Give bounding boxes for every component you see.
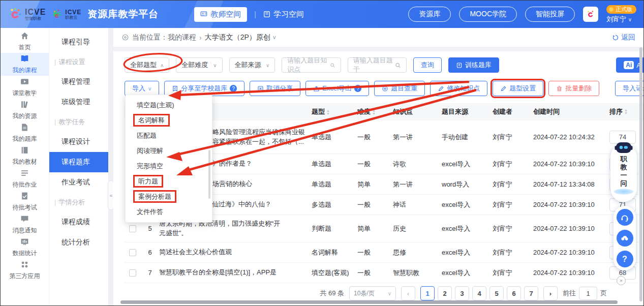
caret-down-icon: ∨: [148, 86, 151, 91]
assistant-widget[interactable]: 职教一问: [610, 144, 637, 202]
page-size-select[interactable]: 10条/页∨: [349, 286, 396, 300]
dropdown-item[interactable]: 完形填空: [126, 159, 212, 174]
nav-student-space[interactable]: 学习空间: [263, 10, 304, 19]
question-bank-panel: 全部题型∧ 全部难度∨ 全部来源∨ 请输入题目知识点 请输入题目题干: [113, 51, 643, 306]
dropdown-item[interactable]: 匹配题: [126, 128, 212, 143]
page-number-button[interactable]: 6: [507, 286, 521, 300]
link-mooc-college[interactable]: MOOC学院: [459, 7, 517, 22]
link-resource-library[interactable]: 资源库: [408, 7, 451, 22]
dropdown-scrollbar[interactable]: [208, 150, 210, 199]
rail-item[interactable]: 待批作业: [1, 167, 49, 190]
column-header[interactable]: 难度▲▼: [357, 107, 393, 116]
widget-close-button[interactable]: ×: [617, 276, 626, 285]
dropdown-item[interactable]: 填空题(主观): [126, 98, 212, 113]
knowledge-point-input[interactable]: 请输入题目知识点: [282, 57, 341, 73]
sort-arrows-icon[interactable]: ▲▼: [326, 109, 330, 115]
rail-item[interactable]: 我的教材: [1, 144, 49, 167]
page-number-button[interactable]: 7: [524, 286, 538, 300]
column-header[interactable]: 排序▲▼: [609, 107, 642, 116]
rail-item[interactable]: 我的资源: [1, 99, 49, 121]
nav-teacher-label: 教师空间: [210, 10, 241, 19]
dropdown-item[interactable]: 名词解释: [126, 113, 212, 128]
filter-source-select[interactable]: 全部来源∨: [229, 57, 275, 73]
help-icon[interactable]: ?: [230, 85, 237, 92]
rail-item[interactable]: 第三方应用: [1, 259, 49, 282]
help-button[interactable]: ?: [617, 251, 633, 267]
horizontal-scrollbar[interactable]: [120, 300, 618, 304]
app-switcher-icon[interactable]: [583, 7, 598, 22]
breadcrumb-current-course[interactable]: 大学语文（2P）原创: [205, 33, 270, 42]
knowledge-point: 智慧职教: [393, 268, 442, 278]
download-button[interactable]: [617, 230, 633, 247]
knowledge-point: 神话: [393, 200, 442, 209]
user-box[interactable]: 正式版 刘宵宁 ∨: [606, 5, 636, 24]
question-stem[interactable]: 智慧职教平台的全称是[填空(1)]，APP是: [159, 268, 312, 278]
rail-item-label: 我的资源: [13, 112, 37, 120]
sidebar-item[interactable]: 统计分析: [49, 232, 108, 253]
duplicate-check-button[interactable]: 题目查重: [374, 81, 425, 96]
medal-icon: [608, 7, 614, 12]
page-number-button[interactable]: 5: [489, 286, 504, 300]
total-count: 共 69 条: [320, 289, 344, 298]
sort-arrows-icon[interactable]: ▲▼: [624, 109, 628, 115]
dropdown-item[interactable]: 文件作答: [126, 204, 212, 220]
sidebar-item[interactable]: 班级管理: [49, 92, 108, 112]
dropdown-item[interactable]: 听力题: [126, 174, 212, 189]
sidebar-item[interactable]: 课程成绩: [49, 212, 108, 232]
logo-icve-zhijiao[interactable]: ICVE智慧职教: [8, 7, 46, 22]
rail-item[interactable]: 我的课程: [1, 53, 49, 76]
sidebar-item[interactable]: 课程设计: [49, 132, 108, 152]
logo-icve-zhijiaoyun[interactable]: ICVE职教云: [51, 8, 81, 20]
filter-difficulty-select[interactable]: 全部难度∨: [176, 57, 222, 73]
rail-item[interactable]: 课堂教学: [1, 76, 49, 99]
question-stem-input[interactable]: 请输入题目题干: [348, 57, 407, 73]
cloud-download-icon: [620, 234, 629, 243]
dropdown-item[interactable]: 案例分析题: [126, 189, 212, 204]
batch-delete-button[interactable]: 批量删除: [548, 81, 599, 96]
row-checkbox[interactable]: [129, 269, 136, 277]
column-header[interactable]: 题型▲▼: [312, 107, 357, 116]
help-icon[interactable]: ?: [354, 85, 361, 92]
logo1-brand: ICVE: [25, 8, 46, 16]
rail-item[interactable]: 消息通知: [1, 213, 49, 236]
rail-item[interactable]: 首页: [1, 30, 49, 53]
cancel-share-button[interactable]: 取消分享: [250, 81, 300, 96]
icve-swirl-icon: [8, 7, 23, 22]
rail-item[interactable]: 数据统计: [1, 236, 49, 259]
import-button[interactable]: 导入∨: [125, 81, 159, 96]
dropdown-item[interactable]: 阅读理解: [126, 143, 212, 159]
back-button[interactable]: 返回: [612, 33, 635, 42]
page-number-button[interactable]: 3: [455, 286, 469, 300]
next-page-button[interactable]: ›: [543, 286, 558, 300]
page-number-button[interactable]: 2: [438, 286, 452, 300]
type-setting-button[interactable]: 题型设置: [493, 81, 543, 96]
sidebar-item[interactable]: 作业考试: [49, 172, 108, 193]
page-number-button[interactable]: 1: [420, 286, 435, 300]
edit-knowledge-button[interactable]: 修改知识点: [430, 81, 487, 96]
create-time: 2024-07-12 13:34:08: [533, 180, 609, 188]
customer-service-button[interactable]: [617, 209, 633, 226]
filter-question-type-select[interactable]: 全部题型∧: [125, 57, 169, 73]
excel-export-button[interactable]: Excel导出?: [305, 81, 369, 96]
share-to-school-button[interactable]: 分享至学校题库?: [164, 81, 244, 96]
rail-item[interactable]: 我的题库: [1, 121, 49, 144]
vertical-scrollbar[interactable]: [639, 47, 642, 301]
link-smart-cast[interactable]: 智能投屏: [525, 7, 575, 22]
caret-up-icon: ∧: [160, 63, 164, 68]
sidebar-item[interactable]: 课程题库: [49, 152, 108, 172]
prev-page-button[interactable]: ‹: [401, 286, 415, 300]
breadcrumb-parent[interactable]: 我的课程: [168, 33, 196, 42]
sidebar-item[interactable]: 课程引导: [49, 32, 108, 52]
goto-page-input[interactable]: 1: [579, 287, 597, 300]
page-number-button[interactable]: 4: [472, 286, 486, 300]
query-button[interactable]: 查询: [413, 57, 442, 73]
question-stem[interactable]: 简述社会主义核心价值观: [159, 248, 312, 257]
training-bank-button[interactable]: 训练题库: [448, 57, 499, 73]
sort-arrows-icon[interactable]: ▲▼: [372, 109, 376, 115]
rail-item[interactable]: 待批考试: [1, 190, 49, 213]
sidebar-item[interactable]: 课程管理: [49, 72, 108, 92]
row-checkbox[interactable]: [129, 249, 136, 256]
row-checkbox[interactable]: [129, 225, 136, 232]
nav-teacher-space[interactable]: 教师空间: [194, 7, 247, 22]
course-switch-caret-icon[interactable]: ∨: [272, 34, 277, 41]
